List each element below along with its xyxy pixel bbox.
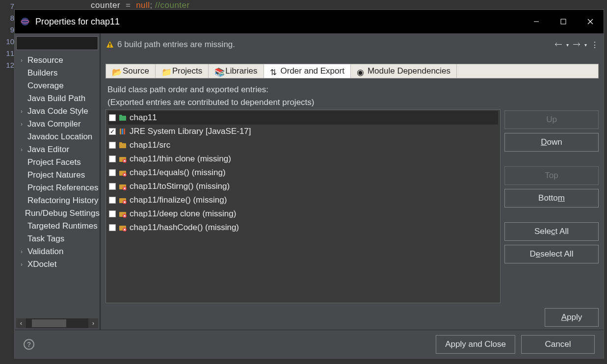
list-item-label: chap11/equals() (missing)	[130, 168, 226, 178]
close-button[interactable]	[577, 10, 604, 33]
instruction-line1: Build class path order and exported entr…	[107, 83, 597, 96]
export-checkbox[interactable]	[109, 142, 116, 149]
scroll-thumb[interactable]	[32, 319, 66, 327]
svg-rect-15	[119, 142, 122, 144]
svg-rect-8	[109, 46, 110, 47]
down-button[interactable]: Down	[504, 133, 599, 152]
select-all-button[interactable]: Select All	[504, 222, 599, 241]
up-button[interactable]: Up	[504, 110, 599, 129]
help-icon[interactable]: ?	[24, 339, 34, 350]
category-tree[interactable]: ›ResourceBuildersCoverageJava Build Path…	[15, 53, 100, 318]
tree-item-task-tags[interactable]: Task Tags	[15, 233, 100, 245]
list-item[interactable]: chap11/finalize() (missing)	[108, 193, 498, 207]
list-item[interactable]: chap11/deep clone (missing)	[108, 207, 498, 221]
apply-button[interactable]: Apply	[545, 308, 599, 327]
tree-item-label: Builders	[27, 68, 57, 78]
tab-source[interactable]: 📂Source	[106, 64, 156, 78]
export-checkbox[interactable]	[109, 197, 116, 204]
cancel-button[interactable]: Cancel	[521, 335, 595, 354]
tree-item-label: Java Compiler	[27, 119, 81, 129]
expand-arrow-icon: ›	[21, 261, 27, 268]
list-item-label: chap11/hashCode() (missing)	[130, 223, 239, 233]
tree-item-project-facets[interactable]: Project Facets	[15, 156, 100, 169]
nav-forward-menu-icon[interactable]: ▾	[584, 42, 587, 48]
list-item[interactable]: chap11/toStirng() (missing)	[108, 180, 498, 193]
minimize-button[interactable]	[523, 10, 550, 33]
tree-item-label: Java Editor	[27, 145, 69, 155]
tab-projects[interactable]: 📁Projects	[156, 64, 209, 78]
list-item[interactable]: chap11/thin clone (missing)	[108, 152, 498, 166]
tree-item-xdoclet[interactable]: ›XDoclet	[15, 258, 100, 271]
list-item-label: chap11/thin clone (missing)	[130, 154, 231, 164]
tree-item-project-references[interactable]: Project References	[15, 182, 100, 194]
expand-arrow-icon: ›	[21, 248, 27, 255]
apply-and-close-button[interactable]: Apply and Close	[436, 335, 515, 354]
svg-rect-11	[120, 129, 121, 134]
nav-forward-icon[interactable]: 🡒	[573, 40, 581, 49]
tree-item-targeted-runtimes[interactable]: Targeted Runtimes	[15, 220, 100, 233]
nav-back-menu-icon[interactable]: ▾	[566, 42, 569, 48]
editor-code-line: counter = null; //counter	[91, 0, 190, 10]
list-item[interactable]: chap11	[108, 111, 498, 125]
tree-item-label: Java Code Style	[27, 106, 88, 116]
tree-item-builders[interactable]: Builders	[15, 67, 100, 79]
tab-order-and-export[interactable]: ⇅Order and Export	[264, 64, 351, 78]
properties-dialog: Properties for chap11 ›ResourceBuildersC…	[15, 10, 604, 358]
titlebar[interactable]: Properties for chap11	[15, 10, 604, 33]
filter-input[interactable]	[16, 36, 98, 50]
missing-icon	[119, 155, 127, 163]
tabbar: 📂Source📁Projects📚Libraries⇅Order and Exp…	[106, 64, 599, 78]
export-checkbox[interactable]	[109, 169, 116, 176]
tree-item-label: Targeted Runtimes	[27, 221, 98, 231]
bottom-button[interactable]: Bottom	[504, 189, 599, 208]
tree-item-label: Java Build Path	[27, 94, 85, 104]
list-item[interactable]: chap11/equals() (missing)	[108, 166, 498, 180]
tree-item-run-debug-settings[interactable]: Run/Debug Settings	[15, 207, 100, 220]
export-checkbox[interactable]	[109, 224, 116, 231]
list-item[interactable]: chap11/src	[108, 138, 498, 152]
tree-item-refactoring-history[interactable]: Refactoring History	[15, 194, 100, 207]
export-checkbox[interactable]	[109, 183, 116, 190]
tab-icon: ⇅	[270, 67, 278, 75]
tab-libraries[interactable]: 📚Libraries	[209, 64, 264, 78]
list-item-label: JRE System Library [JavaSE-17]	[130, 127, 251, 136]
export-checkbox[interactable]	[109, 210, 116, 217]
buildpath-listbox[interactable]: chap11JRE System Library [JavaSE-17]chap…	[106, 109, 501, 303]
tree-item-label: Refactoring History	[27, 196, 99, 206]
tab-label: Source	[123, 66, 149, 76]
list-item[interactable]: chap11/hashCode() (missing)	[108, 221, 498, 234]
top-button[interactable]: Top	[504, 166, 599, 185]
tree-item-label: Project Natures	[27, 170, 85, 180]
list-item[interactable]: JRE System Library [JavaSE-17]	[108, 125, 498, 138]
view-menu-icon[interactable]: ⋮	[591, 40, 599, 50]
tree-item-javadoc-location[interactable]: Javadoc Location	[15, 130, 100, 143]
tree-item-label: XDoclet	[27, 260, 57, 269]
deselect-all-button[interactable]: Deselect All	[504, 245, 599, 263]
tab-module-dependencies[interactable]: ◉Module Dependencies	[351, 64, 457, 78]
tree-item-java-code-style[interactable]: ›Java Code Style	[15, 105, 100, 118]
scroll-right-button[interactable]: ›	[88, 318, 98, 328]
tree-item-resource[interactable]: ›Resource	[15, 54, 100, 67]
sidebar-hscroll[interactable]: ‹ ›	[16, 318, 98, 328]
tree-item-java-compiler[interactable]: ›Java Compiler	[15, 118, 100, 130]
tree-item-validation[interactable]: ›Validation	[15, 245, 100, 258]
list-item-label: chap11/src	[130, 140, 170, 150]
tab-label: Order and Export	[281, 66, 344, 76]
list-item-label: chap11	[130, 113, 157, 123]
nav-back-icon[interactable]: 🡐	[554, 40, 562, 49]
tree-item-java-editor[interactable]: ›Java Editor	[15, 143, 100, 156]
tree-item-coverage[interactable]: Coverage	[15, 79, 100, 92]
eclipse-icon	[20, 16, 30, 27]
tree-item-project-natures[interactable]: Project Natures	[15, 169, 100, 182]
tree-item-java-build-path[interactable]: Java Build Path	[15, 92, 100, 105]
tree-item-label: Validation	[27, 247, 63, 257]
export-checkbox[interactable]	[109, 114, 116, 121]
missing-icon	[119, 224, 127, 232]
scroll-left-button[interactable]: ‹	[16, 318, 26, 328]
svg-point-0	[21, 18, 29, 26]
export-checkbox[interactable]	[109, 128, 116, 135]
tab-icon: ◉	[357, 67, 365, 75]
library-icon	[119, 128, 127, 135]
export-checkbox[interactable]	[109, 156, 116, 162]
maximize-button[interactable]	[550, 10, 577, 33]
